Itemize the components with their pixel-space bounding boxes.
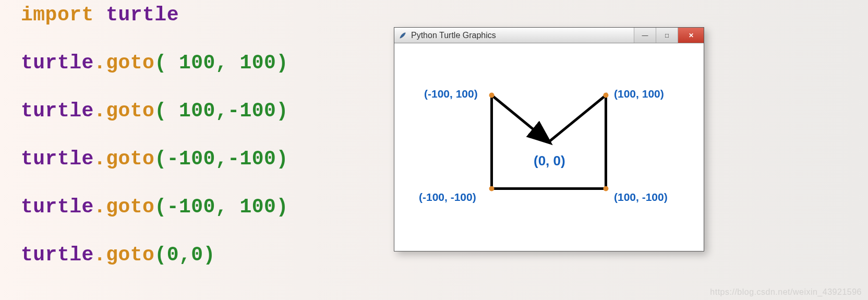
window-controls: — □ ✕ [634, 28, 704, 43]
code-line-3: turtle.goto( 100,-100) [21, 101, 288, 121]
code-line-5: turtle.goto(-100, 100) [21, 197, 288, 217]
code-line-1: import turtle [21, 5, 288, 25]
fn-goto: goto [106, 100, 154, 122]
args: (-100, 100) [154, 196, 288, 218]
code-line-2: turtle.goto( 100, 100) [21, 53, 288, 73]
args: (0,0) [154, 244, 215, 266]
code-line-4: turtle.goto(-100,-100) [21, 149, 288, 169]
dot: . [94, 100, 106, 122]
vertex-dot [489, 186, 495, 191]
label-top-right: (100, 100) [614, 88, 664, 100]
label-bottom-left: (-100, -100) [419, 191, 476, 203]
fn-goto: goto [106, 52, 154, 74]
args: ( 100, 100) [154, 52, 288, 74]
obj: turtle [21, 52, 94, 74]
watermark: https://blog.csdn.net/weixin_43921596 [710, 287, 862, 297]
feather-icon [399, 31, 407, 40]
label-bottom-right: (100, -100) [614, 191, 668, 203]
vertex-dot [489, 93, 495, 98]
obj: turtle [21, 196, 94, 218]
titlebar[interactable]: Python Turtle Graphics — □ ✕ [394, 28, 704, 43]
args: (-100,-100) [154, 148, 288, 170]
obj: turtle [21, 148, 94, 170]
dot: . [94, 52, 106, 74]
code-block: import turtle turtle.goto( 100, 100) tur… [21, 5, 288, 293]
dot: . [94, 196, 106, 218]
label-center: (0, 0) [534, 153, 565, 169]
vertex-dot [603, 186, 608, 191]
vertex-dot [603, 93, 608, 98]
minimize-button[interactable]: — [634, 28, 656, 43]
turtle-drawing [394, 43, 704, 251]
fn-goto: goto [106, 244, 154, 266]
fn-goto: goto [106, 148, 154, 170]
args: ( 100,-100) [154, 100, 288, 122]
dot: . [94, 244, 106, 266]
keyword-import: import [21, 4, 94, 26]
fn-goto: goto [106, 196, 154, 218]
obj: turtle [21, 100, 94, 122]
path-final-segment [492, 95, 549, 142]
maximize-button[interactable]: □ [656, 28, 678, 43]
dot: . [94, 148, 106, 170]
window-title: Python Turtle Graphics [411, 31, 634, 40]
module-turtle: turtle [94, 4, 179, 26]
code-line-6: turtle.goto(0,0) [21, 245, 288, 265]
close-button[interactable]: ✕ [678, 28, 704, 43]
turtle-window: Python Turtle Graphics — □ ✕ (-100, 100)… [394, 27, 704, 251]
turtle-canvas: (-100, 100) (100, 100) (-100, -100) (100… [394, 43, 704, 251]
obj: turtle [21, 244, 94, 266]
label-top-left: (-100, 100) [424, 88, 478, 100]
